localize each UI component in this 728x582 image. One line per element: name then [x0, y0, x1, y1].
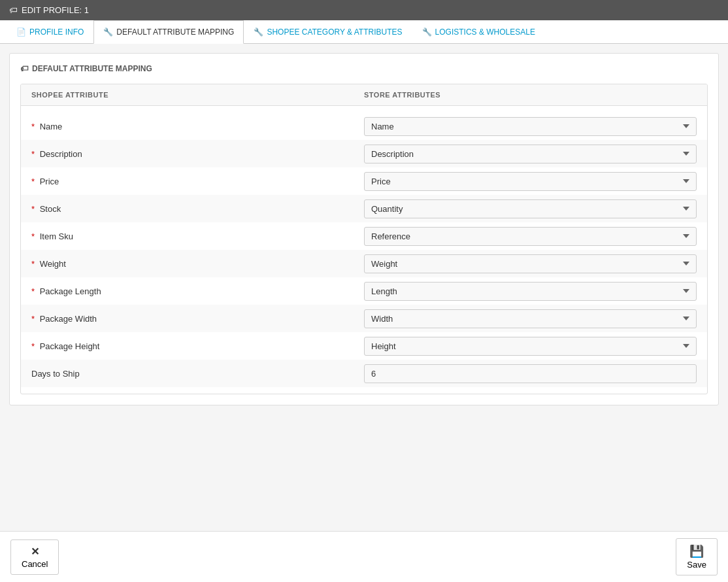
section-title: DEFAULT ATTRIBUTE MAPPING [32, 64, 152, 73]
store-attr-8: Height [364, 337, 697, 356]
store-attr-select-1[interactable]: Description [364, 145, 697, 163]
required-indicator: * [31, 231, 37, 241]
store-attr-3: Quantity [364, 199, 697, 218]
attr-label-9: Days to Ship [31, 369, 364, 379]
table-row: * NameName [21, 112, 707, 140]
store-attr-1: Description [364, 145, 697, 163]
attr-label-5: * Weight [31, 259, 364, 269]
store-attr-select-5[interactable]: Weight [364, 254, 697, 273]
table-row: * WeightWeight [21, 250, 707, 277]
tab-shopee-category-label: SHOPEE CATEGORY & ATTRIBUTES [267, 27, 402, 37]
attr-label-1: * Description [31, 149, 364, 159]
tab-logistics-wholesale-icon: 🔧 [422, 27, 432, 37]
store-attr-5: Weight [364, 254, 697, 273]
store-attr-select-8[interactable]: Height [364, 337, 697, 356]
attr-label-0: * Name [31, 122, 364, 131]
section-icon: 🏷 [20, 64, 28, 73]
required-indicator: * [31, 259, 37, 269]
attr-label-3: * Stock [31, 204, 364, 214]
store-attr-4: Reference [364, 227, 697, 246]
attr-label-2: * Price [31, 177, 364, 186]
store-attr-select-3[interactable]: Quantity [364, 199, 697, 218]
required-indicator: * [31, 204, 37, 214]
mapping-rows: * NameName* DescriptionDescription* Pric… [21, 106, 707, 394]
tab-bar: 📄 PROFILE INFO 🔧 DEFAULT ATTRIBUTE MAPPI… [0, 20, 728, 44]
table-row: * PricePrice [21, 167, 707, 195]
store-attr-select-4[interactable]: Reference [364, 227, 697, 246]
table-row: Days to Ship [21, 360, 707, 387]
tab-profile-info-icon: 📄 [16, 27, 26, 37]
table-header: SHOPEE ATTRIBUTE STORE ATTRIBUTES [21, 84, 707, 106]
required-indicator: * [31, 177, 37, 186]
store-attr-select-7[interactable]: Width [364, 309, 697, 328]
header-icon: 🏷 [9, 5, 18, 15]
store-attr-select-6[interactable]: Length [364, 282, 697, 301]
store-attr-9 [364, 364, 697, 383]
store-attr-6: Length [364, 282, 697, 301]
attr-label-6: * Package Length [31, 286, 364, 296]
main-content: 🏷 DEFAULT ATTRIBUTE MAPPING SHOPEE ATTRI… [0, 53, 728, 460]
store-attr-0: Name [364, 117, 697, 136]
store-attr-2: Price [364, 172, 697, 191]
store-attr-7: Width [364, 309, 697, 328]
tab-logistics-wholesale[interactable]: 🔧 LOGISTICS & WHOLESALE [412, 20, 545, 44]
tab-default-attribute-mapping[interactable]: 🔧 DEFAULT ATTRIBUTE MAPPING [93, 20, 244, 44]
required-indicator: * [31, 314, 37, 324]
tab-default-attribute-mapping-label: DEFAULT ATTRIBUTE MAPPING [116, 27, 234, 37]
attr-label-8: * Package Height [31, 341, 364, 351]
col-shopee-attribute: SHOPEE ATTRIBUTE [31, 91, 364, 99]
required-indicator: * [31, 341, 37, 351]
table-row: * DescriptionDescription [21, 140, 707, 167]
table-row: * Package WidthWidth [21, 305, 707, 332]
store-attr-select-0[interactable]: Name [364, 117, 697, 136]
tab-default-attribute-mapping-icon: 🔧 [103, 27, 113, 37]
tab-shopee-category[interactable]: 🔧 SHOPEE CATEGORY & ATTRIBUTES [244, 20, 412, 44]
tab-profile-info-label: PROFILE INFO [29, 27, 84, 37]
table-row: * StockQuantity [21, 195, 707, 222]
tab-profile-info[interactable]: 📄 PROFILE INFO [7, 20, 93, 44]
page-title: EDIT PROFILE: 1 [22, 5, 89, 15]
mapping-table: SHOPEE ATTRIBUTE STORE ATTRIBUTES * Name… [20, 84, 708, 394]
attr-label-4: * Item Sku [31, 231, 364, 241]
section-card: 🏷 DEFAULT ATTRIBUTE MAPPING SHOPEE ATTRI… [9, 53, 719, 405]
page-header: 🏷 EDIT PROFILE: 1 [0, 0, 728, 20]
store-attr-select-2[interactable]: Price [364, 172, 697, 191]
section-header: 🏷 DEFAULT ATTRIBUTE MAPPING [20, 64, 708, 73]
attr-label-7: * Package Width [31, 314, 364, 324]
col-store-attributes: STORE ATTRIBUTES [364, 91, 697, 99]
store-attr-input-9[interactable] [364, 364, 697, 383]
tab-shopee-category-icon: 🔧 [254, 27, 263, 37]
required-indicator: * [31, 286, 37, 296]
tab-logistics-wholesale-label: LOGISTICS & WHOLESALE [435, 27, 535, 37]
table-row: * Item SkuReference [21, 222, 707, 250]
table-row: * Package HeightHeight [21, 332, 707, 360]
required-indicator: * [31, 122, 37, 131]
table-row: * Package LengthLength [21, 277, 707, 305]
required-indicator: * [31, 149, 37, 159]
